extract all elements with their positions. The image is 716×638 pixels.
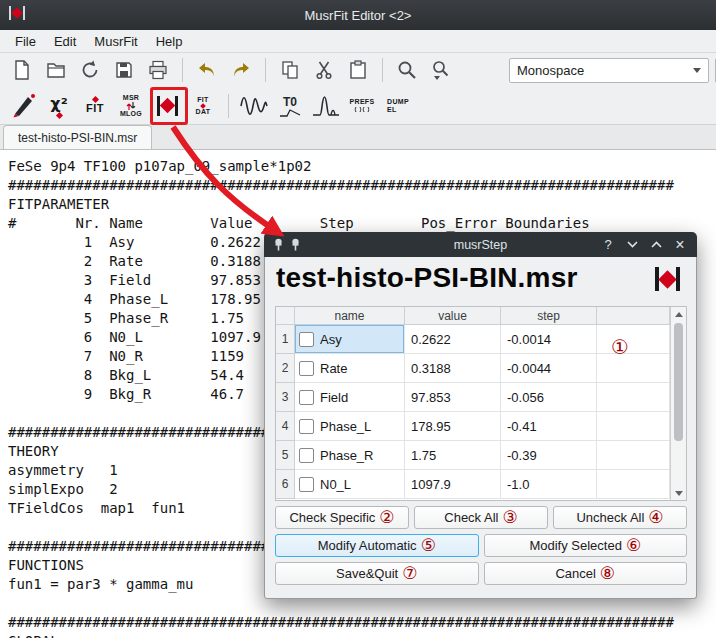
value-cell[interactable]: 0.2622: [405, 325, 501, 354]
modify-automatic-button[interactable]: Modify Automatic ⑤: [275, 534, 479, 557]
shade-button[interactable]: [623, 236, 641, 254]
msr-label: MSR: [123, 94, 139, 102]
column-header-step[interactable]: step: [501, 307, 597, 325]
table-scrollbar[interactable]: [670, 307, 686, 500]
cancel-button[interactable]: Cancel ⑧: [484, 562, 688, 585]
column-header-value[interactable]: value: [405, 307, 501, 325]
save-quit-button[interactable]: Save&Quit ⑦: [275, 562, 479, 585]
step-cell[interactable]: -0.0014: [501, 325, 597, 354]
scroll-up-icon[interactable]: [671, 307, 686, 321]
table-row: 4 Phase_L 178.95 -0.41: [276, 412, 686, 441]
annotation-4: ④: [648, 509, 663, 526]
name-cell[interactable]: Field: [295, 383, 405, 412]
main-toolbar: Monospace 12: [0, 53, 716, 87]
swap-arrows-icon: [126, 102, 136, 110]
name-cell[interactable]: N0_L: [295, 470, 405, 499]
step-cell[interactable]: -0.39: [501, 441, 597, 470]
musr-prefs-button[interactable]: PREFS: [345, 89, 379, 123]
red-diamond-icon: [55, 111, 62, 118]
name-cell[interactable]: Rate: [295, 354, 405, 383]
value-cell[interactable]: 1097.9: [405, 470, 501, 499]
param-checkbox[interactable]: [299, 448, 314, 463]
value-cell[interactable]: 97.853: [405, 383, 501, 412]
close-button[interactable]: ×: [671, 236, 689, 254]
menu-musrfit[interactable]: MusrFit: [85, 32, 146, 51]
open-file-button[interactable]: [40, 55, 72, 85]
new-file-button[interactable]: [6, 55, 38, 85]
musr-fft-button[interactable]: [309, 89, 343, 123]
reload-button[interactable]: [74, 55, 106, 85]
scroll-down-icon[interactable]: [671, 486, 686, 500]
musr-wiz-button[interactable]: [6, 89, 40, 123]
annotation-1: ①: [611, 337, 629, 357]
value-cell[interactable]: 0.3188: [405, 354, 501, 383]
musrfit-run-button[interactable]: FIT: [78, 89, 112, 123]
toolbar-separator: [265, 58, 266, 82]
musrfit-toolbar: χ² FIT MSR MLOG FIT DAT T0: [0, 87, 716, 125]
check-all-button[interactable]: Check All ③: [414, 506, 548, 529]
empty-cell: [597, 412, 670, 441]
chevron-down-icon: [627, 241, 638, 248]
chevron-down-icon: [693, 68, 701, 73]
copy-button[interactable]: [274, 55, 306, 85]
row-number: 4: [276, 412, 295, 441]
step-cell[interactable]: -0.0044: [501, 354, 597, 383]
value-cell[interactable]: 1.75: [405, 441, 501, 470]
menu-file[interactable]: File: [6, 32, 45, 51]
scrollbar-thumb[interactable]: [674, 323, 683, 441]
table-header-row: name value step: [276, 307, 686, 325]
undo-button[interactable]: [191, 55, 223, 85]
column-header-name[interactable]: name: [295, 307, 405, 325]
save-icon: [113, 59, 135, 81]
dialog-heading: test-histo-PSI-BIN.msr: [276, 262, 578, 294]
find-next-button[interactable]: [425, 55, 457, 85]
param-checkbox[interactable]: [299, 390, 314, 405]
musr-ft-button[interactable]: FIT DAT: [186, 89, 220, 123]
dialog-titlebar[interactable]: musrStep ? ×: [264, 232, 697, 257]
find-button[interactable]: [391, 55, 423, 85]
name-cell[interactable]: Phase_R: [295, 441, 405, 470]
redo-button[interactable]: [225, 55, 257, 85]
name-cell[interactable]: Asy: [295, 325, 405, 354]
musr-dump-button[interactable]: DUMP EL: [381, 89, 415, 123]
reload-icon: [79, 59, 101, 81]
annotation-3: ③: [502, 509, 517, 526]
print-button[interactable]: [142, 55, 174, 85]
uncheck-all-button[interactable]: Uncheck All ④: [553, 506, 687, 529]
menu-edit[interactable]: Edit: [45, 32, 85, 51]
check-specific-button[interactable]: Check Specific ②: [275, 506, 409, 529]
pin-icon[interactable]: [272, 238, 285, 252]
param-checkbox[interactable]: [299, 332, 314, 347]
musr-t0-button[interactable]: T0: [273, 89, 307, 123]
swap-msr-mlog-button[interactable]: MSR MLOG: [114, 89, 148, 123]
param-checkbox[interactable]: [299, 361, 314, 376]
cut-button[interactable]: [308, 55, 340, 85]
musr-view-button[interactable]: [237, 89, 271, 123]
calc-chisq-button[interactable]: χ²: [42, 89, 76, 123]
help-button[interactable]: ?: [599, 236, 617, 254]
table-row: 3 Field 97.853 -0.056: [276, 383, 686, 412]
step-cell[interactable]: -0.41: [501, 412, 597, 441]
name-cell[interactable]: Phase_L: [295, 412, 405, 441]
paste-button[interactable]: [342, 55, 374, 85]
unshade-button[interactable]: [647, 236, 665, 254]
step-cell[interactable]: -1.0: [501, 470, 597, 499]
param-checkbox[interactable]: [299, 419, 314, 434]
font-family-select[interactable]: Monospace: [509, 58, 709, 83]
modify-selected-button[interactable]: Modify Selected ⑥: [484, 534, 688, 557]
param-checkbox[interactable]: [299, 477, 314, 492]
prefs-marks-icon: [354, 106, 370, 113]
save-button[interactable]: [108, 55, 140, 85]
table-row: 5 Phase_R 1.75 -0.39: [276, 441, 686, 470]
t0-curve-icon: [279, 109, 301, 117]
step-cell[interactable]: -0.056: [501, 383, 597, 412]
tab-msr-file[interactable]: test-histo-PSI-BIN.msr: [3, 125, 152, 149]
pin-icon[interactable]: [289, 238, 302, 252]
menu-help[interactable]: Help: [147, 32, 192, 51]
table-row: 6 N0_L 1097.9 -1.0: [276, 470, 686, 499]
print-icon: [147, 59, 169, 81]
titlebar[interactable]: MusrFit Editor <2>: [0, 0, 716, 30]
row-number: 3: [276, 383, 295, 412]
empty-cell: [597, 354, 670, 383]
value-cell[interactable]: 178.95: [405, 412, 501, 441]
